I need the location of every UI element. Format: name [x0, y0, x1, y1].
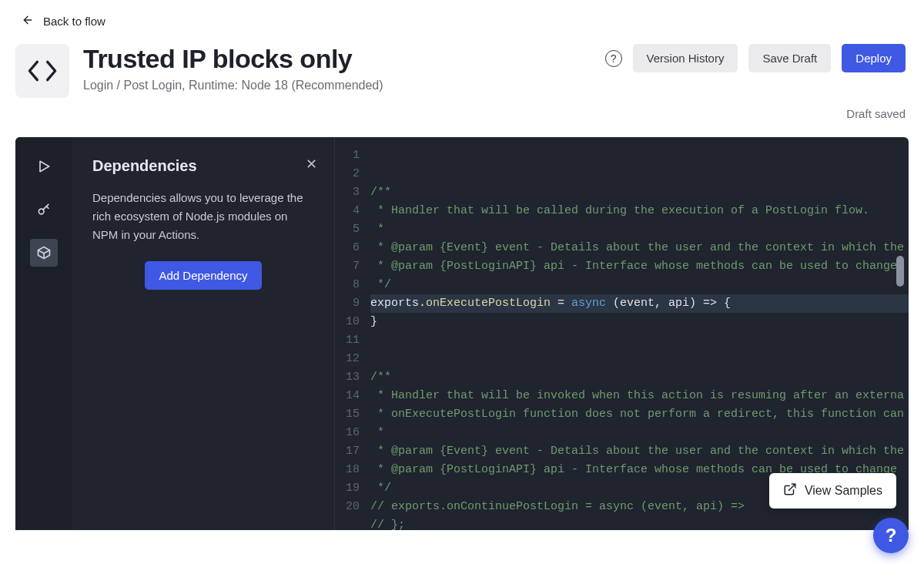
- back-label: Back to flow: [43, 15, 105, 28]
- rail-key-icon[interactable]: [30, 196, 58, 223]
- dependencies-panel: ✕ Dependencies Dependencies allows you t…: [72, 137, 334, 530]
- svg-marker-1: [40, 161, 49, 171]
- code-editor[interactable]: 1234567891011121314151617181920 /** * Ha…: [334, 137, 909, 530]
- version-history-button[interactable]: Version History: [633, 44, 738, 72]
- save-status: Draft saved: [0, 107, 924, 131]
- external-link-icon: [783, 482, 797, 499]
- panel-description: Dependencies allows you to leverage the …: [92, 189, 314, 244]
- code-gutter: 1234567891011121314151617181920: [335, 137, 366, 530]
- close-icon[interactable]: ✕: [306, 156, 317, 173]
- arrow-left-icon: [22, 14, 34, 29]
- panel-title: Dependencies: [92, 157, 314, 175]
- help-fab-icon[interactable]: ?: [873, 518, 909, 553]
- rail-play-icon[interactable]: [30, 153, 58, 180]
- page-subtitle: Login / Post Login, Runtime: Node 18 (Re…: [83, 79, 591, 92]
- svg-line-4: [46, 206, 49, 209]
- view-samples-button[interactable]: View Samples: [769, 473, 896, 509]
- help-icon[interactable]: ?: [605, 50, 622, 67]
- action-icon: [15, 44, 69, 98]
- deploy-button[interactable]: Deploy: [842, 44, 906, 72]
- svg-line-6: [788, 484, 795, 490]
- rail-package-icon[interactable]: [30, 239, 58, 267]
- add-dependency-button[interactable]: Add Dependency: [145, 261, 261, 290]
- back-link[interactable]: Back to flow: [0, 0, 924, 36]
- code-lines[interactable]: /** * Handler that will be called during…: [366, 137, 909, 530]
- scrollbar-thumb[interactable]: [896, 256, 904, 287]
- view-samples-label: View Samples: [805, 484, 882, 498]
- editor-rail: [15, 137, 72, 530]
- page-title: Trusted IP blocks only: [83, 44, 591, 74]
- save-draft-button[interactable]: Save Draft: [748, 44, 831, 72]
